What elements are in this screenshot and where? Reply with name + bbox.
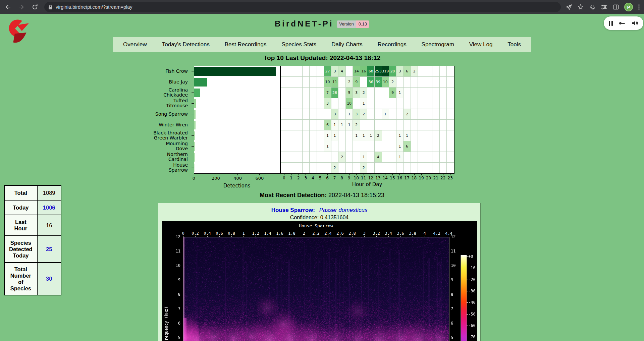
spectrogram-xtick: 0: [182, 231, 184, 236]
heatmap-cell: [303, 152, 310, 163]
heatmap-cell: [447, 109, 454, 120]
bar-chart-species-labels: Fish CrowBlue JayCarolina ChickadeeTufte…: [153, 66, 191, 173]
heatmap-cell: [418, 98, 425, 109]
heatmap-cell: [303, 66, 310, 77]
heatmap-cell: [404, 88, 411, 98]
heatmap-cell: 3: [324, 98, 331, 109]
nav-item-species-stats[interactable]: Species Stats: [281, 41, 316, 48]
heatmap-cell: 6: [404, 66, 411, 77]
volume-icon[interactable]: [632, 20, 638, 26]
heatmap-cell: [288, 88, 296, 98]
nav-item-overview[interactable]: Overview: [123, 41, 147, 48]
heatmap-cell: 9: [389, 88, 396, 98]
heatmap-cell: [447, 66, 454, 77]
heatmap-cell: [425, 66, 433, 77]
axis-tick-label: 4: [309, 176, 317, 180]
spectrogram-ytick: 10: [162, 263, 180, 268]
heatmap-cell: 10: [346, 98, 353, 109]
heatmap-cell: [338, 77, 346, 88]
heatmap-cell: 1: [396, 130, 404, 141]
heatmap-cell: 1: [338, 120, 346, 130]
heatmap-cell: 2: [389, 77, 396, 88]
heatmap-cell: [295, 66, 303, 77]
audio-seek-slider[interactable]: [620, 23, 625, 24]
share-icon[interactable]: [566, 4, 572, 10]
stat-value-link[interactable]: 1006: [37, 200, 61, 215]
nav-item-today-s-detections[interactable]: Today's Detections: [162, 41, 210, 48]
address-bar[interactable]: virginia.birdnetpi.com/?stream=play: [44, 2, 561, 12]
spectrogram-ytick: 5: [451, 335, 453, 340]
heatmap-cell: 36: [367, 77, 375, 88]
heatmap-cell: 5: [346, 88, 353, 98]
profile-avatar[interactable]: P: [624, 3, 633, 11]
spectrogram-title: House Sparrow: [299, 223, 333, 228]
heatmap-cell: [281, 98, 288, 109]
nav-item-daily-charts[interactable]: Daily Charts: [331, 41, 363, 48]
nav-item-recordings[interactable]: Recordings: [378, 41, 407, 48]
top10-heading: Top 10 Last Updated: 2022-04-13 18:12: [0, 54, 644, 62]
heatmap-cell: [303, 130, 310, 141]
spectrogram-xtick: 1.8: [288, 231, 296, 236]
heatmap-cell: [288, 120, 296, 130]
heatmap-cell: [411, 130, 418, 141]
sliders-icon[interactable]: [601, 4, 607, 10]
bookmark-star-icon[interactable]: [577, 4, 584, 10]
spectrogram-ytick: 6: [451, 321, 453, 326]
heatmap-cell: [404, 163, 411, 173]
detections-bar: [194, 99, 196, 108]
heatmap-cell: 6: [324, 120, 331, 130]
extensions-icon[interactable]: [589, 4, 596, 10]
heatmap-cell: [338, 88, 346, 98]
heatmap-cell: [425, 130, 433, 141]
detected-species-name[interactable]: House Sparrow:: [271, 207, 315, 213]
heatmap-cell: [360, 141, 368, 152]
axis-tick-label: 19: [418, 176, 425, 180]
stat-label: Species Detected Today: [4, 236, 37, 263]
side-panel-icon[interactable]: [612, 4, 619, 10]
spectrogram-ytick: 8: [451, 292, 453, 297]
heatmap-cell: [310, 109, 317, 120]
reload-button[interactable]: [30, 2, 40, 12]
heatmap-cell: [303, 141, 310, 152]
heatmap-cell: 10: [324, 77, 331, 88]
stat-value: 1089: [37, 185, 61, 200]
nav-item-spectrogram[interactable]: Spectrogram: [422, 41, 454, 48]
heatmap-cell: [425, 152, 433, 163]
forward-button[interactable]: [16, 2, 27, 12]
heatmap-cell: 2: [338, 152, 346, 163]
heatmap-cell: [295, 77, 303, 88]
pause-button[interactable]: [609, 21, 613, 26]
heatmap-cell: [396, 120, 404, 130]
axis-tick-label: 0: [280, 176, 288, 180]
heatmap-cell: [303, 120, 310, 130]
nav-item-tools[interactable]: Tools: [507, 41, 521, 48]
heatmap-cell: [418, 120, 425, 130]
heatmap-cell: [281, 88, 288, 98]
nav-item-best-recordings[interactable]: Best Recordings: [225, 41, 267, 48]
heatmap-cell: [303, 163, 310, 173]
heatmap-cell: 10: [382, 77, 389, 88]
detected-species-latin[interactable]: Passer domesticus: [319, 207, 368, 213]
heatmap-cell: [418, 130, 425, 141]
heatmap-cell: [396, 163, 404, 173]
stat-value-link[interactable]: 30: [37, 263, 61, 295]
heatmap-cell: [353, 163, 360, 173]
back-button[interactable]: [3, 2, 13, 12]
heatmap-cell: [338, 98, 346, 109]
heatmap-cell: 1: [353, 130, 360, 141]
heatmap-cell: [432, 152, 440, 163]
heatmap-cell: 27: [324, 66, 331, 77]
heatmap-cell: [346, 66, 353, 77]
heatmap-cell: [396, 98, 404, 109]
stat-label: Total Number of Species: [4, 263, 37, 295]
browser-menu-icon[interactable]: [638, 4, 640, 10]
heatmap-cell: [353, 152, 360, 163]
stat-value-link[interactable]: 25: [37, 236, 61, 263]
nav-item-view-log[interactable]: View Log: [469, 41, 493, 48]
axis-tick-label: 6: [324, 176, 331, 180]
heatmap-cell: [432, 130, 440, 141]
spectrogram-ytick: 11: [162, 249, 180, 253]
heatmap-cell: [295, 120, 303, 130]
heatmap-cell: 1: [360, 130, 368, 141]
detection-title: House Sparrow: Passer domesticus: [158, 207, 480, 214]
